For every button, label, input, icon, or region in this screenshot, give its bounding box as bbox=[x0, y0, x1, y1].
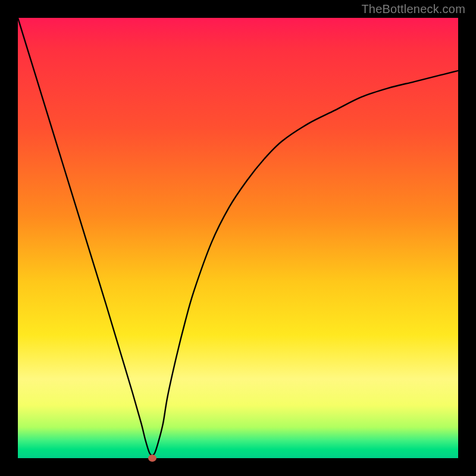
chart-container: TheBottleneck.com bbox=[0, 0, 476, 476]
watermark-text: TheBottleneck.com bbox=[361, 2, 465, 16]
bottleneck-curve bbox=[18, 18, 458, 458]
plot-area bbox=[18, 18, 458, 458]
optimal-point-marker bbox=[148, 455, 156, 462]
